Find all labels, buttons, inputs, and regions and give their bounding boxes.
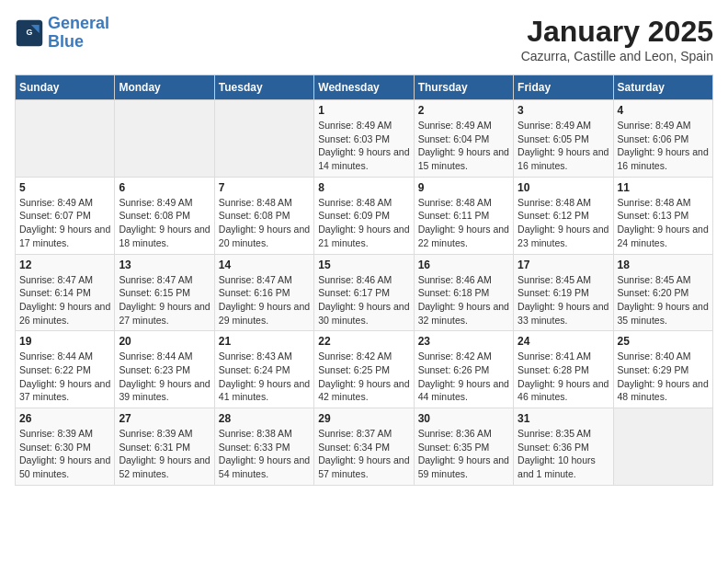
calendar-cell: 27Sunrise: 8:39 AMSunset: 6:31 PMDayligh… xyxy=(115,408,214,486)
day-number: 30 xyxy=(418,412,509,425)
day-info: Sunrise: 8:47 AMSunset: 6:15 PMDaylight:… xyxy=(119,273,210,327)
calendar-cell: 20Sunrise: 8:44 AMSunset: 6:23 PMDayligh… xyxy=(115,331,214,408)
calendar-cell xyxy=(613,408,712,486)
location-subtitle: Cazurra, Castille and Leon, Spain xyxy=(521,49,713,63)
calendar-cell: 11Sunrise: 8:48 AMSunset: 6:13 PMDayligh… xyxy=(613,177,712,254)
day-number: 14 xyxy=(219,259,310,271)
calendar-cell: 5Sunrise: 8:49 AMSunset: 6:07 PMDaylight… xyxy=(16,177,115,254)
day-number: 18 xyxy=(618,259,709,271)
calendar-cell: 3Sunrise: 8:49 AMSunset: 6:05 PMDaylight… xyxy=(514,100,613,178)
svg-text:G: G xyxy=(27,28,33,37)
day-info: Sunrise: 8:44 AMSunset: 6:23 PMDaylight:… xyxy=(119,350,210,404)
day-info: Sunrise: 8:48 AMSunset: 6:12 PMDaylight:… xyxy=(518,196,609,250)
calendar-table: SundayMondayTuesdayWednesdayThursdayFrid… xyxy=(15,75,713,486)
day-info: Sunrise: 8:49 AMSunset: 6:06 PMDaylight:… xyxy=(618,119,709,173)
day-number: 10 xyxy=(518,181,609,194)
day-info: Sunrise: 8:42 AMSunset: 6:26 PMDaylight:… xyxy=(418,350,509,404)
calendar-week-4: 19Sunrise: 8:44 AMSunset: 6:22 PMDayligh… xyxy=(16,331,713,408)
calendar-cell: 10Sunrise: 8:48 AMSunset: 6:12 PMDayligh… xyxy=(514,177,613,254)
calendar-cell xyxy=(16,100,115,178)
calendar-cell: 25Sunrise: 8:40 AMSunset: 6:29 PMDayligh… xyxy=(613,331,712,408)
day-info: Sunrise: 8:49 AMSunset: 6:07 PMDaylight:… xyxy=(19,196,110,250)
day-info: Sunrise: 8:49 AMSunset: 6:05 PMDaylight:… xyxy=(518,119,609,173)
day-number: 24 xyxy=(518,335,609,348)
calendar-cell: 2Sunrise: 8:49 AMSunset: 6:04 PMDaylight… xyxy=(414,100,513,178)
day-info: Sunrise: 8:48 AMSunset: 6:11 PMDaylight:… xyxy=(418,196,509,250)
day-number: 7 xyxy=(219,181,310,194)
day-number: 22 xyxy=(318,335,409,348)
calendar-cell: 9Sunrise: 8:48 AMSunset: 6:11 PMDaylight… xyxy=(414,177,513,254)
day-info: Sunrise: 8:48 AMSunset: 6:08 PMDaylight:… xyxy=(219,196,310,250)
calendar-cell: 28Sunrise: 8:38 AMSunset: 6:33 PMDayligh… xyxy=(214,408,313,486)
day-number: 27 xyxy=(119,412,210,425)
day-number: 26 xyxy=(19,412,110,425)
day-info: Sunrise: 8:37 AMSunset: 6:34 PMDaylight:… xyxy=(318,427,409,481)
calendar-cell: 6Sunrise: 8:49 AMSunset: 6:08 PMDaylight… xyxy=(115,177,214,254)
calendar-cell: 1Sunrise: 8:49 AMSunset: 6:03 PMDaylight… xyxy=(314,100,414,178)
calendar-cell: 16Sunrise: 8:46 AMSunset: 6:18 PMDayligh… xyxy=(414,254,513,331)
calendar-cell: 7Sunrise: 8:48 AMSunset: 6:08 PMDaylight… xyxy=(214,177,313,254)
day-number: 15 xyxy=(318,259,409,271)
weekday-header-row: SundayMondayTuesdayWednesdayThursdayFrid… xyxy=(16,75,713,100)
calendar-cell: 15Sunrise: 8:46 AMSunset: 6:17 PMDayligh… xyxy=(314,254,414,331)
day-number: 29 xyxy=(318,412,409,425)
day-number: 5 xyxy=(19,181,110,194)
calendar-week-2: 5Sunrise: 8:49 AMSunset: 6:07 PMDaylight… xyxy=(16,177,713,254)
day-number: 23 xyxy=(418,335,509,348)
calendar-cell xyxy=(214,100,313,178)
day-number: 8 xyxy=(318,181,409,194)
calendar-cell: 17Sunrise: 8:45 AMSunset: 6:19 PMDayligh… xyxy=(514,254,613,331)
day-info: Sunrise: 8:38 AMSunset: 6:33 PMDaylight:… xyxy=(219,427,310,481)
day-info: Sunrise: 8:40 AMSunset: 6:29 PMDaylight:… xyxy=(618,350,709,404)
month-title: January 2025 xyxy=(521,15,713,49)
weekday-monday: Monday xyxy=(115,75,214,100)
day-number: 16 xyxy=(418,259,509,271)
weekday-sunday: Sunday xyxy=(16,75,115,100)
calendar-cell: 12Sunrise: 8:47 AMSunset: 6:14 PMDayligh… xyxy=(16,254,115,331)
calendar-cell: 26Sunrise: 8:39 AMSunset: 6:30 PMDayligh… xyxy=(16,408,115,486)
weekday-thursday: Thursday xyxy=(414,75,513,100)
day-info: Sunrise: 8:45 AMSunset: 6:19 PMDaylight:… xyxy=(518,273,609,327)
weekday-tuesday: Tuesday xyxy=(214,75,313,100)
calendar-cell: 21Sunrise: 8:43 AMSunset: 6:24 PMDayligh… xyxy=(214,331,313,408)
calendar-cell: 22Sunrise: 8:42 AMSunset: 6:25 PMDayligh… xyxy=(314,331,414,408)
weekday-friday: Friday xyxy=(514,75,613,100)
day-number: 20 xyxy=(119,335,210,348)
day-number: 6 xyxy=(119,181,210,194)
day-number: 19 xyxy=(19,335,110,348)
page-header: G General Blue January 2025 Cazurra, Cas… xyxy=(15,15,713,63)
calendar-cell: 31Sunrise: 8:35 AMSunset: 6:36 PMDayligh… xyxy=(514,408,613,486)
weekday-wednesday: Wednesday xyxy=(314,75,414,100)
calendar-body: 1Sunrise: 8:49 AMSunset: 6:03 PMDaylight… xyxy=(16,100,713,486)
calendar-cell: 8Sunrise: 8:48 AMSunset: 6:09 PMDaylight… xyxy=(314,177,414,254)
day-number: 13 xyxy=(119,259,210,271)
day-number: 2 xyxy=(418,104,509,117)
day-info: Sunrise: 8:42 AMSunset: 6:25 PMDaylight:… xyxy=(318,350,409,404)
calendar-week-3: 12Sunrise: 8:47 AMSunset: 6:14 PMDayligh… xyxy=(16,254,713,331)
calendar-cell xyxy=(115,100,214,178)
day-info: Sunrise: 8:49 AMSunset: 6:08 PMDaylight:… xyxy=(119,196,210,250)
calendar-cell: 24Sunrise: 8:41 AMSunset: 6:28 PMDayligh… xyxy=(514,331,613,408)
day-info: Sunrise: 8:41 AMSunset: 6:28 PMDaylight:… xyxy=(518,350,609,404)
day-info: Sunrise: 8:48 AMSunset: 6:09 PMDaylight:… xyxy=(318,196,409,250)
title-area: January 2025 Cazurra, Castille and Leon,… xyxy=(521,15,713,63)
logo-icon: G xyxy=(15,18,44,48)
day-number: 4 xyxy=(618,104,709,117)
calendar-cell: 19Sunrise: 8:44 AMSunset: 6:22 PMDayligh… xyxy=(16,331,115,408)
day-info: Sunrise: 8:49 AMSunset: 6:03 PMDaylight:… xyxy=(318,119,409,173)
calendar-cell: 14Sunrise: 8:47 AMSunset: 6:16 PMDayligh… xyxy=(214,254,313,331)
day-number: 12 xyxy=(19,259,110,271)
day-info: Sunrise: 8:39 AMSunset: 6:31 PMDaylight:… xyxy=(119,427,210,481)
calendar-week-5: 26Sunrise: 8:39 AMSunset: 6:30 PMDayligh… xyxy=(16,408,713,486)
calendar-cell: 23Sunrise: 8:42 AMSunset: 6:26 PMDayligh… xyxy=(414,331,513,408)
day-number: 11 xyxy=(618,181,709,194)
day-info: Sunrise: 8:46 AMSunset: 6:17 PMDaylight:… xyxy=(318,273,409,327)
day-info: Sunrise: 8:43 AMSunset: 6:24 PMDaylight:… xyxy=(219,350,310,404)
day-info: Sunrise: 8:46 AMSunset: 6:18 PMDaylight:… xyxy=(418,273,509,327)
day-number: 31 xyxy=(518,412,609,425)
day-number: 9 xyxy=(418,181,509,194)
day-number: 3 xyxy=(518,104,609,117)
calendar-cell: 18Sunrise: 8:45 AMSunset: 6:20 PMDayligh… xyxy=(613,254,712,331)
calendar-cell: 29Sunrise: 8:37 AMSunset: 6:34 PMDayligh… xyxy=(314,408,414,486)
logo: G General Blue xyxy=(15,15,109,52)
